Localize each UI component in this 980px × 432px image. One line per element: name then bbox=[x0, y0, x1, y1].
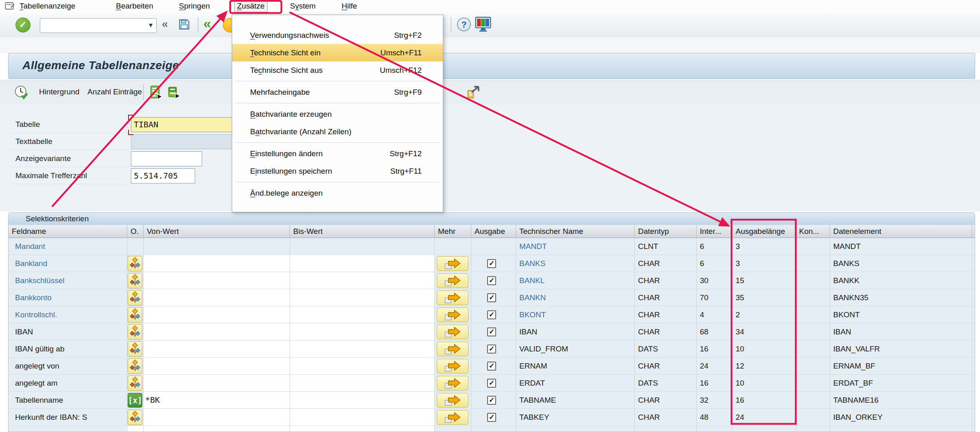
dropdown-item-einstellungen-speichern[interactable]: Einstellungen speichernStrg+F11 bbox=[232, 162, 443, 180]
menu-item-bearbeiten[interactable]: Bearbeiten bbox=[116, 0, 153, 12]
selection-option-button[interactable] bbox=[128, 324, 142, 340]
multiple-selection-button[interactable] bbox=[437, 325, 468, 339]
multiple-selection-button[interactable] bbox=[437, 290, 468, 305]
where-used-icon[interactable] bbox=[466, 84, 482, 103]
column-header-o-[interactable]: O. bbox=[127, 225, 144, 238]
column-header-bis-wert[interactable]: Bis-Wert bbox=[290, 225, 435, 238]
dropdown-item-technische-sicht-aus[interactable]: Technische Sicht ausUmsch+F12 bbox=[232, 61, 443, 79]
multiple-selection-button[interactable] bbox=[437, 256, 468, 271]
cell-von[interactable] bbox=[144, 426, 290, 432]
menu-item-springen[interactable]: Springen bbox=[179, 0, 210, 12]
cell-von[interactable] bbox=[144, 289, 290, 306]
execute-clock-icon[interactable] bbox=[14, 85, 29, 102]
dropdown-item-batchvariante-erzeugen[interactable]: Batchvariante erzeugen bbox=[232, 105, 443, 123]
selection-option-button[interactable] bbox=[128, 256, 142, 271]
cell-von[interactable] bbox=[144, 358, 290, 375]
exclude-pattern-button[interactable]: [x] bbox=[128, 393, 142, 408]
help-icon[interactable]: ? bbox=[457, 17, 471, 31]
field-name[interactable]: Bankkonto bbox=[9, 289, 127, 306]
cell-bis[interactable] bbox=[290, 375, 435, 392]
cell-bis[interactable] bbox=[290, 272, 435, 289]
column-header-datentyp[interactable]: Datentyp bbox=[635, 225, 697, 238]
dropdown-item-batchvariante-anzahl-zeilen-[interactable]: Batchvariante (Anzahl Zeilen) bbox=[232, 123, 443, 140]
cell-von[interactable] bbox=[144, 306, 290, 323]
output-checkbox[interactable]: ✓ bbox=[487, 345, 496, 353]
selection-option-button[interactable] bbox=[128, 307, 142, 323]
output-checkbox[interactable]: ✓ bbox=[487, 379, 496, 388]
selection-option-button[interactable] bbox=[128, 375, 142, 391]
anzeigevariante-field[interactable] bbox=[131, 151, 202, 166]
menu-item-system[interactable]: System bbox=[290, 0, 316, 12]
selection-option-button[interactable] bbox=[128, 273, 142, 288]
selection-option-button[interactable] bbox=[128, 341, 142, 357]
back-icon[interactable]: « bbox=[203, 15, 211, 31]
column-header-ausgabel-nge[interactable]: Ausgabelänge bbox=[732, 225, 796, 238]
cell-bis[interactable] bbox=[290, 323, 435, 340]
multiple-selection-button[interactable] bbox=[437, 376, 468, 391]
output-checkbox[interactable]: ✓ bbox=[487, 327, 496, 336]
cell-von[interactable] bbox=[144, 375, 290, 392]
field-name[interactable]: Bankland bbox=[9, 255, 127, 272]
technical-name[interactable]: BANKS bbox=[516, 255, 634, 272]
cell-bis[interactable] bbox=[290, 340, 435, 358]
cell-bis[interactable] bbox=[290, 289, 435, 306]
selection-option-button[interactable] bbox=[128, 290, 142, 305]
technical-name[interactable]: MANDT bbox=[516, 238, 634, 255]
output-checkbox[interactable]: ✓ bbox=[487, 259, 496, 268]
cell-von[interactable]: *BK bbox=[144, 392, 290, 409]
technical-name[interactable]: BKONT bbox=[516, 306, 634, 323]
list-selection-icon[interactable] bbox=[167, 85, 181, 102]
column-header-technischer-name[interactable]: Technischer Name bbox=[516, 225, 635, 238]
output-checkbox[interactable]: ✓ bbox=[487, 362, 496, 371]
cell-bis[interactable] bbox=[290, 409, 435, 426]
cell-bis[interactable] bbox=[290, 392, 435, 409]
dropdown-item-einstellungen-ndern[interactable]: Einstellungen ändernStrg+F12 bbox=[232, 145, 443, 162]
dropdown-item-verwendungsnachweis[interactable]: VerwendungsnachweisStrg+F2 bbox=[232, 26, 443, 44]
cell-von[interactable] bbox=[144, 409, 290, 426]
column-header-ausgabe[interactable]: Ausgabe bbox=[471, 225, 516, 238]
menu-item-zus-tze[interactable]: Zusätze bbox=[234, 0, 268, 12]
layout-monitor-icon[interactable] bbox=[475, 17, 491, 34]
cell-opt[interactable] bbox=[127, 426, 144, 432]
technical-name[interactable]: BANKN bbox=[516, 289, 634, 306]
dropdown-item-mehrfacheingabe[interactable]: MehrfacheingabeStrg+F9 bbox=[232, 83, 443, 101]
column-header-feldname[interactable]: Feldname bbox=[9, 225, 127, 238]
output-checkbox[interactable]: ✓ bbox=[487, 413, 496, 422]
multiple-selection-button[interactable] bbox=[437, 308, 468, 322]
column-header-filler[interactable] bbox=[972, 225, 975, 238]
cell-von[interactable] bbox=[144, 340, 290, 358]
column-header-inter-[interactable]: Inter... bbox=[697, 225, 732, 238]
collapse-toolbar-icon[interactable]: « bbox=[162, 18, 168, 31]
cell-von[interactable] bbox=[144, 255, 290, 272]
field-name[interactable]: Kontrollschl. bbox=[9, 306, 127, 323]
command-dropdown-icon[interactable]: ▼ bbox=[148, 22, 154, 28]
cell-von[interactable] bbox=[144, 323, 290, 340]
output-checkbox[interactable]: ✓ bbox=[487, 293, 496, 302]
maximale-trefferzahl-field[interactable]: 5.514.705 bbox=[131, 168, 195, 183]
background-button[interactable]: Hintergrund bbox=[39, 80, 79, 105]
cell-bis[interactable] bbox=[290, 358, 435, 375]
selection-option-button[interactable] bbox=[128, 410, 142, 425]
column-header-datenelement[interactable]: Datenelement bbox=[830, 225, 972, 238]
field-name[interactable]: Bankschlüssel bbox=[9, 272, 127, 289]
selection-option-button[interactable] bbox=[128, 358, 142, 374]
output-checkbox[interactable]: ✓ bbox=[487, 396, 496, 405]
tabelle-field[interactable]: TIBAN bbox=[131, 117, 244, 132]
multiple-selection-button[interactable] bbox=[437, 359, 468, 373]
dropdown-item-technische-sicht-ein[interactable]: Technische Sicht einUmsch+F11 bbox=[232, 44, 443, 61]
enter-button[interactable]: ✓ bbox=[15, 17, 30, 33]
column-header-von-wert[interactable]: Von-Wert bbox=[144, 225, 290, 238]
von-wert-value[interactable]: *BK bbox=[144, 392, 290, 408]
entry-count-button[interactable]: Anzahl Einträge bbox=[87, 80, 142, 105]
command-field[interactable]: ▼ bbox=[40, 18, 157, 33]
field-name[interactable]: Mandant bbox=[9, 238, 127, 255]
column-header-kon-[interactable]: Kon... bbox=[796, 225, 830, 238]
output-checkbox[interactable]: ✓ bbox=[487, 310, 496, 319]
technical-name[interactable]: BANKL bbox=[516, 272, 634, 289]
multiple-selection-button[interactable] bbox=[437, 410, 468, 425]
dropdown-item--nd-belege-anzeigen[interactable]: Änd.belege anzeigen bbox=[232, 184, 443, 202]
multiple-selection-button[interactable] bbox=[437, 273, 468, 288]
cell-bis[interactable] bbox=[290, 426, 435, 432]
list-fields-icon[interactable] bbox=[149, 85, 163, 102]
cell-bis[interactable] bbox=[290, 255, 435, 272]
